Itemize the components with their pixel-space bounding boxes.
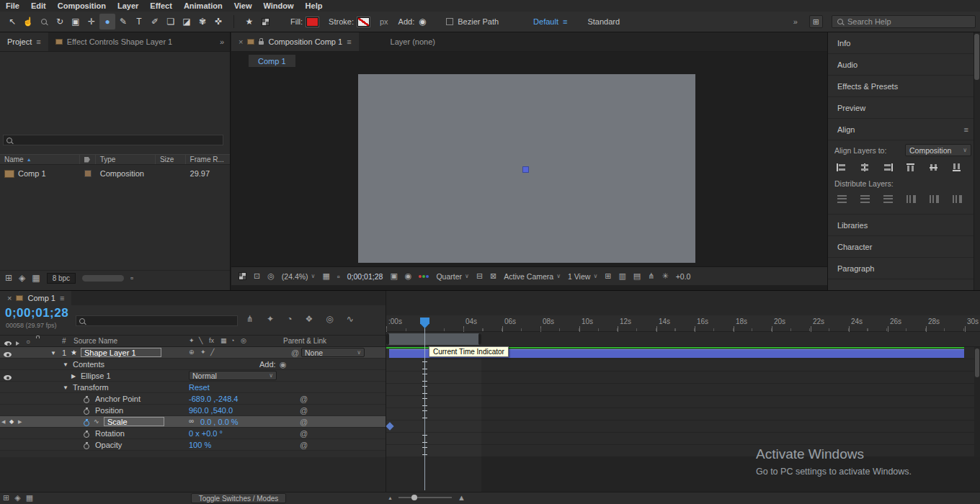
column-label[interactable]: [80, 155, 96, 164]
exposure-value[interactable]: +0.0: [676, 272, 691, 281]
project-footer-scrollbar[interactable]: [82, 275, 124, 282]
camera-tool[interactable]: ▣: [68, 14, 84, 30]
layer-row-shape-layer-1[interactable]: ▼ 1 ★ Shape Layer 1 ⊕ ✦ ╱ @ None ∨: [0, 347, 386, 359]
source-name-header[interactable]: Source Name: [74, 337, 117, 345]
align-top-button[interactable]: [904, 162, 918, 172]
workspace-default-button[interactable]: Default: [533, 17, 558, 26]
scale-value[interactable]: 0.0 , 0.0 %: [200, 418, 239, 426]
timeline-tab-comp1[interactable]: × Comp 1 ≡: [0, 291, 71, 305]
anchor-point-value[interactable]: -689.0 ,-248.4: [189, 395, 239, 403]
rotate-tool[interactable]: ↻: [52, 14, 68, 30]
panel-menu-icon[interactable]: ≡: [964, 119, 968, 140]
position-value[interactable]: 960.0 ,540.0: [189, 406, 233, 415]
composition-markers-icon[interactable]: ◈: [14, 493, 20, 503]
panel-audio[interactable]: Audio: [828, 54, 980, 76]
expand-layers-icon[interactable]: ⊞: [3, 493, 9, 503]
tab-project[interactable]: Project ≡: [0, 32, 48, 51]
transform-expand-arrow[interactable]: ▼: [63, 384, 68, 391]
transparency-grid-icon[interactable]: [239, 272, 246, 280]
label-color-swatch[interactable]: [84, 170, 92, 177]
preview-timecode[interactable]: 0;00;01;28: [347, 272, 383, 281]
menu-effect[interactable]: Effect: [144, 1, 178, 10]
region-of-interest-icon[interactable]: ⊟: [476, 271, 483, 281]
view-layout-dropdown[interactable]: 1 View ∨: [568, 272, 597, 281]
zoom-slider-thumb[interactable]: [411, 495, 417, 500]
toggle-transparency-icon[interactable]: ⊠: [490, 271, 496, 281]
scrollbar-thumb[interactable]: [974, 34, 979, 80]
panel-preview[interactable]: Preview: [828, 97, 980, 119]
align-bottom-button[interactable]: [950, 162, 964, 172]
column-frame-rate[interactable]: Frame R...: [186, 155, 230, 164]
stroke-color-swatch[interactable]: [357, 17, 370, 27]
transform-row[interactable]: ▼ Transform Reset: [0, 382, 386, 393]
close-icon[interactable]: ×: [239, 37, 243, 46]
menu-help[interactable]: Help: [300, 1, 329, 10]
project-item-row[interactable]: Comp 1 Composition 29.97: [0, 167, 230, 180]
menu-layer[interactable]: Layer: [112, 1, 144, 10]
column-size[interactable]: Size: [156, 155, 186, 164]
parent-pickwhip-icon[interactable]: @: [291, 348, 299, 357]
panel-menu-icon[interactable]: ≡: [347, 37, 351, 46]
position-stopwatch[interactable]: [84, 408, 89, 416]
mask-visibility-icon[interactable]: ▫: [337, 272, 340, 281]
workspace-panel-button[interactable]: ⊞: [809, 15, 823, 28]
scale-pickwhip-icon[interactable]: @: [300, 418, 308, 426]
channels-icon[interactable]: ◎: [267, 271, 275, 281]
new-folder-icon[interactable]: ◈: [19, 273, 25, 283]
next-keyframe-button[interactable]: ▶: [18, 419, 22, 425]
magnification-dropdown[interactable]: (24.4%) ∨: [282, 272, 316, 281]
frame-blending-icon[interactable]: ❖: [305, 314, 313, 324]
constrain-proportions-icon[interactable]: ∞: [189, 417, 194, 425]
panel-menu-icon[interactable]: ≡: [36, 37, 40, 46]
graph-include-icon[interactable]: ∿: [94, 418, 99, 425]
layer-expand-arrow[interactable]: ▼: [50, 350, 56, 356]
shape-layer-handle[interactable]: [523, 167, 528, 172]
distribute-top-button[interactable]: [834, 194, 849, 204]
distribute-left-button[interactable]: [904, 194, 918, 204]
position-pickwhip-icon[interactable]: @: [300, 406, 308, 415]
scale-label[interactable]: Scale: [104, 417, 164, 426]
anchor-point-pickwhip-icon[interactable]: @: [300, 395, 308, 403]
ellipse-expand-arrow[interactable]: ▶: [71, 373, 76, 379]
menu-composition[interactable]: Composition: [52, 1, 112, 10]
panel-paragraph[interactable]: Paragraph: [828, 258, 980, 279]
rotation-value[interactable]: 0 x +0.0 °: [189, 429, 223, 438]
tab-effect-controls[interactable]: Effect Controls Shape Layer 1: [48, 32, 180, 51]
brush-tool[interactable]: ✐: [147, 14, 163, 30]
rotation-stopwatch[interactable]: [84, 431, 89, 439]
checkerboard-toggle-button[interactable]: [257, 14, 273, 30]
opacity-row[interactable]: Opacity 100 % @: [0, 439, 386, 451]
new-composition-icon[interactable]: ▦: [32, 273, 40, 283]
ellipse-visibility-toggle[interactable]: [4, 373, 12, 382]
motion-blur-icon[interactable]: ◎: [326, 314, 333, 324]
fast-previews-icon[interactable]: ▥: [618, 271, 625, 281]
graph-editor-footer-icon[interactable]: ▦: [26, 493, 33, 503]
parent-link-header[interactable]: Parent & Link: [283, 337, 326, 345]
opacity-value[interactable]: 100 %: [189, 441, 211, 449]
ellipse-row[interactable]: ▶ Ellipse 1 Normal ∨: [0, 370, 386, 382]
column-type[interactable]: Type: [96, 155, 156, 164]
camera-dropdown[interactable]: Active Camera ∨: [504, 272, 561, 281]
align-to-dropdown[interactable]: Composition ∨: [905, 144, 971, 156]
menu-file[interactable]: File: [0, 1, 25, 10]
align-h-center-button[interactable]: [858, 162, 872, 172]
right-panel-scrollbar[interactable]: [974, 32, 980, 290]
star-toggle-button[interactable]: ★: [241, 14, 257, 30]
composition-viewport[interactable]: [358, 74, 695, 263]
graph-editor-icon[interactable]: ∿: [347, 314, 354, 324]
workspace-standard-button[interactable]: Standard: [587, 17, 620, 26]
layer-visibility-toggle[interactable]: [4, 350, 12, 359]
contents-expand-arrow[interactable]: ▼: [63, 361, 68, 368]
add-keyframe-button[interactable]: ◆: [9, 418, 14, 425]
eraser-tool[interactable]: ◪: [179, 14, 195, 30]
project-search-input[interactable]: [3, 135, 223, 145]
menu-window[interactable]: Window: [258, 1, 300, 10]
hide-shy-layers-icon[interactable]: ◔: [287, 314, 292, 324]
timeline-search-input[interactable]: [76, 315, 238, 326]
toolbar-overflow-button[interactable]: »: [793, 17, 798, 26]
timeline-button-icon[interactable]: ▤: [633, 271, 641, 281]
tab-layer[interactable]: Layer (none): [383, 32, 442, 51]
align-v-center-button[interactable]: [927, 162, 941, 172]
lock-icon[interactable]: [259, 41, 264, 45]
current-timecode[interactable]: 0;00;01;28: [5, 306, 68, 320]
